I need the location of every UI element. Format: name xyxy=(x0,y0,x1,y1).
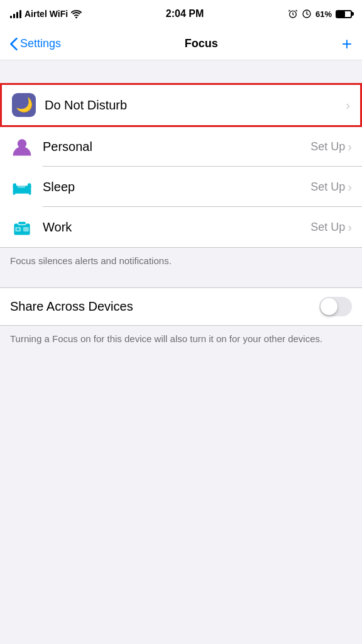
svg-rect-6 xyxy=(28,184,31,189)
add-focus-button[interactable]: + xyxy=(342,35,352,53)
signal-bars-icon xyxy=(10,9,21,18)
chevron-icon: › xyxy=(346,98,350,113)
page-title: Focus xyxy=(185,37,218,50)
work-setup-label: Set Up xyxy=(310,221,345,234)
status-bar: Airtel WiFi 2:04 PM 61% xyxy=(0,0,362,28)
svg-rect-7 xyxy=(18,184,26,187)
sleep-setup-label: Set Up xyxy=(310,180,345,194)
share-caption: Turning a Focus on for this device will … xyxy=(0,326,362,355)
svg-rect-5 xyxy=(13,184,16,189)
svg-rect-9 xyxy=(29,192,31,195)
carrier-label: Airtel WiFi xyxy=(25,9,68,19)
svg-point-14 xyxy=(17,228,19,231)
dnd-label: Do Not Disturb xyxy=(45,98,346,113)
chevron-icon: › xyxy=(348,180,352,194)
chevron-icon: › xyxy=(348,220,352,235)
personal-icon xyxy=(10,135,34,158)
personal-action: Set Up › xyxy=(310,140,352,154)
back-label: Settings xyxy=(20,37,61,50)
timer-icon xyxy=(302,9,312,19)
status-time: 2:04 PM xyxy=(166,8,204,19)
work-icon xyxy=(10,215,34,239)
chevron-icon: › xyxy=(348,140,352,154)
share-section: Share Across Devices xyxy=(0,287,362,326)
svg-rect-8 xyxy=(13,192,16,195)
work-action: Set Up › xyxy=(310,220,352,235)
dnd-action: › xyxy=(346,98,350,113)
share-row: Share Across Devices xyxy=(0,288,362,325)
focus-item-sleep[interactable]: Sleep Set Up › xyxy=(0,167,362,207)
nav-bar: Settings Focus + xyxy=(0,28,362,60)
focus-item-work[interactable]: Work Set Up › xyxy=(0,207,362,247)
status-left: Airtel WiFi xyxy=(10,9,82,19)
battery-icon xyxy=(336,10,352,18)
focus-list: 🌙 Do Not Disturb › Personal Set Up › xyxy=(0,83,362,248)
personal-label: Personal xyxy=(43,140,310,154)
sleep-label: Sleep xyxy=(43,180,310,194)
work-label: Work xyxy=(43,220,310,235)
sleep-action: Set Up › xyxy=(310,180,352,194)
top-spacer xyxy=(0,60,362,83)
alarm-icon xyxy=(288,9,298,19)
sleep-icon xyxy=(10,175,34,199)
toggle-thumb xyxy=(321,298,337,315)
back-button[interactable]: Settings xyxy=(10,37,61,50)
wifi-icon xyxy=(71,10,82,18)
battery-percent: 61% xyxy=(315,9,332,19)
svg-rect-13 xyxy=(23,227,29,231)
status-right: 61% xyxy=(288,9,352,19)
share-label: Share Across Devices xyxy=(10,299,133,314)
personal-setup-label: Set Up xyxy=(310,140,345,153)
focus-item-do-not-disturb[interactable]: 🌙 Do Not Disturb › xyxy=(0,83,362,127)
share-toggle[interactable] xyxy=(319,297,352,316)
dnd-icon: 🌙 xyxy=(12,93,36,117)
focus-caption: Focus silences alerts and notifications. xyxy=(0,248,362,275)
focus-item-personal[interactable]: Personal Set Up › xyxy=(0,126,362,167)
battery-fill xyxy=(337,11,345,17)
svg-rect-11 xyxy=(18,221,26,225)
